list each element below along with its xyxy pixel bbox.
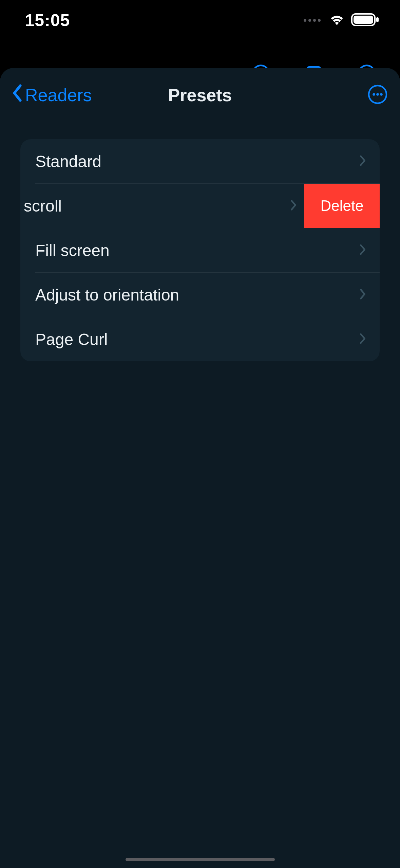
chevron-left-icon: [12, 84, 23, 106]
list-item[interactable]: Adjust to orientation: [20, 273, 380, 317]
chevron-right-icon: [359, 244, 366, 257]
home-indicator[interactable]: [126, 858, 275, 861]
list-item[interactable]: Page Curl: [20, 317, 380, 361]
status-indicators: [304, 13, 380, 28]
delete-label: Delete: [320, 197, 363, 214]
more-icon: [367, 84, 388, 106]
chevron-right-icon: [290, 199, 297, 212]
chevron-right-icon: [359, 288, 366, 301]
list-item[interactable]: Fill screen: [20, 228, 380, 272]
wifi-icon: [329, 14, 345, 27]
presets-list: Standard scroll Delete Fill screen: [20, 139, 380, 361]
list-item[interactable]: scroll Delete: [20, 184, 380, 228]
preset-label: scroll: [24, 197, 62, 215]
status-bar: 15:05: [0, 0, 400, 41]
nav-header: Readers Presets: [0, 68, 400, 122]
back-label: Readers: [25, 85, 92, 105]
list-item[interactable]: Standard: [20, 139, 380, 183]
back-button[interactable]: Readers: [12, 84, 92, 106]
page-title: Presets: [168, 85, 232, 105]
sim-indicator: [304, 19, 321, 22]
more-button[interactable]: [367, 84, 388, 106]
svg-point-8: [376, 93, 379, 96]
preset-label: Adjust to orientation: [35, 286, 179, 304]
battery-icon: [351, 13, 380, 28]
svg-rect-1: [354, 16, 373, 24]
svg-point-9: [380, 93, 383, 96]
delete-button[interactable]: Delete: [304, 184, 380, 228]
chevron-right-icon: [359, 333, 366, 346]
svg-rect-2: [376, 17, 379, 22]
chevron-right-icon: [359, 155, 366, 168]
preset-label: Standard: [35, 152, 101, 171]
status-time: 15:05: [0, 11, 95, 30]
preset-label: Fill screen: [35, 241, 110, 260]
preset-label: Page Curl: [35, 330, 108, 349]
presets-sheet: Readers Presets Standard: [0, 68, 400, 868]
svg-point-7: [373, 93, 375, 96]
